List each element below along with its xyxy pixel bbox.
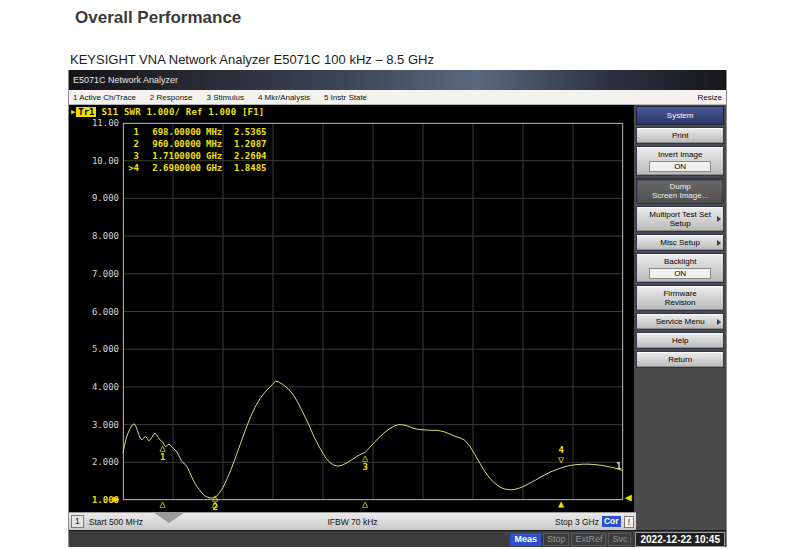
softkey-state-value: ON [649, 161, 711, 172]
y-axis-label: 2.000 [71, 457, 119, 467]
y-axis-label: 11.00 [71, 118, 119, 128]
marker-frequency: 960.00000 [143, 138, 201, 150]
warning-badge: ! [624, 516, 634, 528]
submenu-arrow-icon [717, 240, 721, 246]
marker-table-row: >42.6900000GHz1.8485 [125, 162, 267, 174]
y-axis-label: 1.000 [71, 495, 119, 505]
submenu-arrow-icon [717, 216, 721, 222]
marker-frequency: 1.7100000 [143, 150, 201, 162]
softkey-label: Setup [638, 219, 722, 228]
ref-level-pointer-left-icon: ▶ [113, 494, 119, 504]
softkey-label: Return [638, 355, 722, 364]
correction-badge: Cor [602, 516, 621, 527]
softkey-return[interactable]: Return [636, 351, 724, 368]
extref-status-badge: ExtRef [571, 533, 606, 546]
vna-window: E5071C Network Analyzer 1 Active Ch/Trac… [68, 70, 727, 547]
svc-status-badge: Svc [608, 533, 631, 546]
softkey-print[interactable]: Print [636, 127, 724, 144]
marker-frequency-unit: MHz [206, 126, 230, 138]
instrument-status-bar: Meas Stop ExtRef Svc 2022-12-22 10:45 [69, 530, 726, 547]
softkey-label: Backlight [638, 257, 722, 266]
marker-number: 2 [125, 138, 139, 150]
window-titlebar[interactable]: E5071C Network Analyzer [69, 70, 726, 90]
swr-grid-and-trace [123, 123, 623, 500]
trace1-badge[interactable]: Tr1 [76, 107, 96, 117]
y-axis-label: 3.000 [71, 420, 119, 430]
pointer-notch-icon [153, 512, 185, 523]
softkey-label: Help [638, 336, 722, 345]
marker-swr-value: 1.8485 [234, 162, 267, 174]
marker-frequency: 2.6900000 [143, 162, 201, 174]
softkey-label: Revision [638, 298, 722, 307]
start-frequency: Start 500 MHz [89, 517, 143, 527]
softkey-label: Dump [638, 182, 722, 191]
y-axis-label: 9.000 [71, 193, 119, 203]
softkey-help[interactable]: Help [636, 332, 724, 349]
trace1-format: S11 SWR 1.000/ Ref 1.000 [F1] [101, 107, 264, 117]
marker-table-row: 1698.00000MHz2.5365 [125, 126, 267, 138]
marker-table: 1698.00000MHz2.53652960.00000MHz1.208731… [125, 126, 267, 174]
swr-plot: △1△△2△△3△4▽▲1 [123, 123, 623, 500]
page-subtitle: KEYSIGHT VNA Network Analyzer E5071C 100… [70, 52, 434, 67]
softkey-dump-screen-image[interactable]: DumpScreen Image... [636, 178, 724, 204]
menu-item-1[interactable]: 1 Active Ch/Trace [73, 93, 136, 102]
window-title: E5071C Network Analyzer [73, 75, 178, 85]
softkey-firmware-revision[interactable]: FirmwareRevision [636, 285, 724, 311]
y-axis-label: 7.000 [71, 269, 119, 279]
softkey-label: Misc Setup [638, 238, 722, 247]
softkey-label: Multiport Test Set [638, 210, 722, 219]
marker-swr-value: 2.2604 [234, 150, 267, 162]
marker-3-stimulus-icon[interactable]: △ [362, 499, 368, 509]
softkey-label: Screen Image... [638, 191, 722, 200]
softkey-label: Firmware [638, 289, 722, 298]
menu-item-4[interactable]: 4 Mkr/Analysis [258, 93, 310, 102]
softkey-label: Print [638, 131, 722, 140]
page-title: Overall Performance [75, 8, 241, 28]
marker-frequency: 698.00000 [143, 126, 201, 138]
marker-4-icon[interactable]: ▽ [558, 455, 564, 465]
marker-4-stimulus-icon[interactable]: ▲ [558, 499, 564, 509]
softkey-sidebar: SystemPrintInvert ImageONDumpScreen Imag… [634, 105, 726, 512]
marker-frequency-unit: MHz [206, 138, 230, 150]
menu-item-3[interactable]: 3 Stimulus [207, 93, 244, 102]
active-trace-pointer-icon: ▶ [71, 108, 75, 116]
marker-2-stimulus-icon[interactable]: △ [212, 499, 218, 509]
softkey-state-value: ON [649, 268, 711, 279]
softkey-label: System [638, 111, 722, 120]
menu-item-5[interactable]: 5 Instr State [324, 93, 367, 102]
menu-bar: 1 Active Ch/Trace2 Response3 Stimulus4 M… [69, 90, 726, 105]
vna-screen: ▶ Tr1 S11 SWR 1.000/ Ref 1.000 [F1] △1△△… [69, 105, 634, 512]
marker-1-stimulus-icon[interactable]: △ [160, 499, 166, 509]
marker-number: 1 [125, 126, 139, 138]
marker-number: 3 [125, 150, 139, 162]
marker-3-label[interactable]: 3 [363, 463, 368, 472]
menu-resize[interactable]: Resize [698, 93, 722, 102]
menu-item-2[interactable]: 2 Response [150, 93, 193, 102]
sidebar-filler [636, 512, 726, 530]
softkey-label: Invert Image [638, 150, 722, 159]
stop-frequency: Stop 3 GHz [555, 517, 599, 527]
marker-table-row: 2960.00000MHz1.2087 [125, 138, 267, 150]
ifbw-value: IFBW 70 kHz [327, 517, 377, 527]
marker-1-label[interactable]: 1 [160, 453, 165, 462]
meas-status-badge: Meas [510, 533, 541, 546]
softkey-backlight[interactable]: BacklightON [636, 253, 724, 283]
marker-frequency-unit: GHz [206, 150, 230, 162]
stop-status-badge: Stop [543, 533, 570, 546]
softkey-invert-image[interactable]: Invert ImageON [636, 146, 724, 176]
softkey-system[interactable]: System [636, 106, 724, 125]
marker-swr-value: 2.5365 [234, 126, 267, 138]
channel-number: 1 [71, 515, 84, 528]
trace-number-label: 1 [616, 461, 621, 471]
trace-header: ▶ Tr1 S11 SWR 1.000/ Ref 1.000 [F1] [71, 107, 264, 117]
ref-level-pointer-right-icon: ◀ [625, 493, 632, 503]
y-axis-label: 10.00 [71, 156, 119, 166]
marker-frequency-unit: GHz [206, 162, 230, 174]
y-axis-label: 6.000 [71, 307, 119, 317]
softkey-service-menu[interactable]: Service Menu [636, 313, 724, 330]
softkey-misc-setup[interactable]: Misc Setup [636, 234, 724, 251]
submenu-arrow-icon [717, 319, 721, 325]
datetime-display: 2022-12-22 10:45 [635, 532, 725, 547]
y-axis-label: 8.000 [71, 231, 119, 241]
softkey-multiport-test-set-setup[interactable]: Multiport Test SetSetup [636, 206, 724, 232]
